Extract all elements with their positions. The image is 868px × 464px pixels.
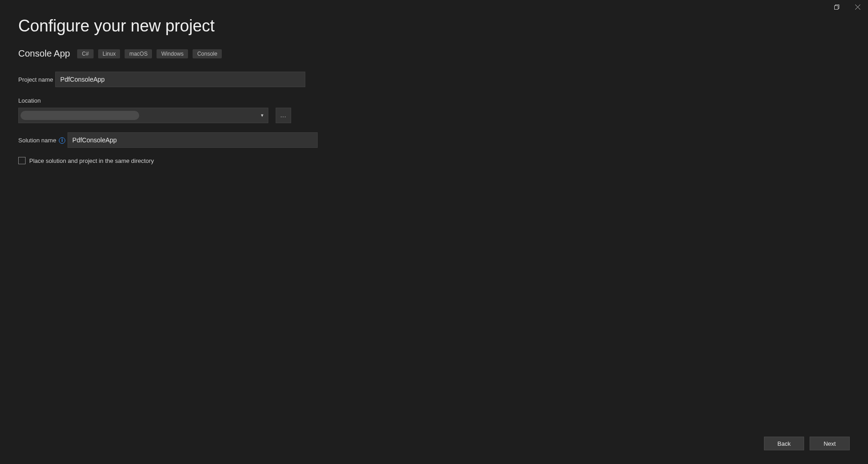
solution-name-label-text: Solution name: [18, 137, 56, 144]
location-group: Location ▼ ...: [18, 96, 850, 123]
browse-location-button[interactable]: ...: [276, 108, 291, 123]
project-name-group: Project name: [18, 72, 850, 87]
project-name-label: Project name: [18, 76, 53, 83]
solution-name-input[interactable]: [68, 132, 318, 148]
template-tags: C# Linux macOS Windows Console: [77, 49, 222, 58]
close-icon: [855, 5, 860, 10]
location-redacted-value: [21, 111, 139, 120]
location-combobox[interactable]: ▼: [18, 108, 268, 123]
solution-name-group: Solution name i: [18, 132, 850, 148]
same-directory-label[interactable]: Place solution and project in the same d…: [29, 157, 154, 164]
dialog-content: Configure your new project Console App C…: [18, 14, 850, 464]
tag-console: Console: [193, 49, 222, 58]
page-title: Configure your new project: [18, 16, 850, 36]
same-directory-row: Place solution and project in the same d…: [18, 157, 850, 164]
back-button[interactable]: Back: [764, 437, 804, 450]
next-button[interactable]: Next: [810, 437, 850, 450]
location-label: Location: [18, 97, 41, 104]
chevron-down-icon: ▼: [260, 113, 264, 118]
solution-name-label: Solution name i: [18, 137, 65, 144]
tag-macos: macOS: [125, 49, 152, 58]
template-name: Console App: [18, 48, 70, 59]
tag-csharp: C#: [77, 49, 93, 58]
window-titlebar: [826, 0, 868, 14]
maximize-icon: [834, 5, 839, 10]
window-close-button[interactable]: [847, 0, 868, 14]
same-directory-checkbox[interactable]: [18, 157, 26, 164]
info-icon[interactable]: i: [59, 137, 65, 144]
tag-windows: Windows: [157, 49, 188, 58]
template-header: Console App C# Linux macOS Windows Conso…: [18, 48, 850, 59]
window-maximize-button[interactable]: [826, 0, 847, 14]
dialog-footer: Back Next: [764, 437, 850, 450]
svg-rect-1: [834, 5, 838, 9]
tag-linux: Linux: [98, 49, 120, 58]
project-name-input[interactable]: [55, 72, 305, 87]
